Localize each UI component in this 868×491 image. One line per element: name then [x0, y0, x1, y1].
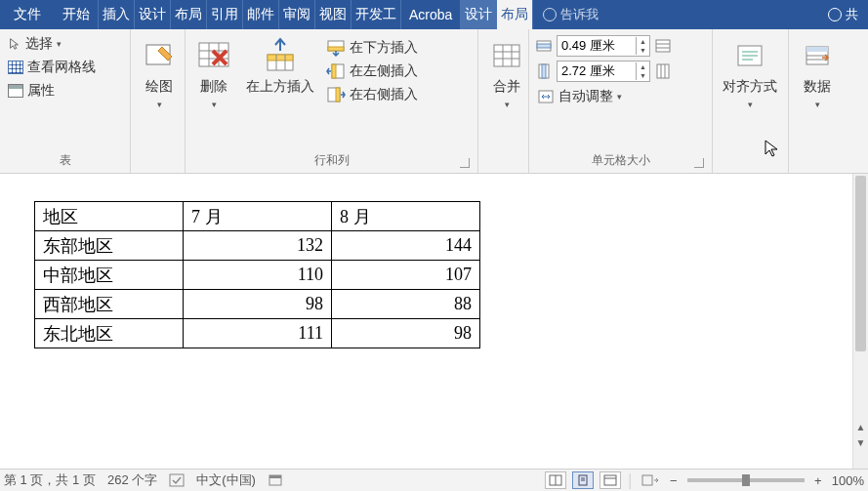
select-button[interactable]: 选择 ▾: [6, 33, 98, 55]
file-menu[interactable]: 文件: [0, 0, 55, 29]
insert-above-label: 在上方插入: [246, 78, 314, 95]
data-icon: [799, 37, 836, 74]
data-button[interactable]: 数据▾: [795, 33, 840, 115]
group-table-label: 表: [6, 150, 124, 171]
tab-references[interactable]: 引用: [207, 0, 243, 29]
view-web-button[interactable]: [599, 471, 621, 489]
delete-label: 删除: [200, 78, 227, 94]
tab-acrobat[interactable]: Acroba: [401, 0, 461, 29]
table-cell[interactable]: 110: [184, 261, 332, 290]
table-row: 东北地区 111 98: [35, 319, 480, 348]
slider-thumb[interactable]: [742, 474, 750, 486]
col-width-icon: [535, 62, 553, 80]
chevron-down-icon: ▾: [505, 100, 510, 109]
properties-icon: [8, 84, 23, 98]
language-indicator[interactable]: 中文(中国): [196, 471, 256, 489]
autofit-button[interactable]: 自动调整 ▾: [535, 86, 672, 107]
chevron-down-icon: ▾: [157, 100, 162, 109]
table-cell[interactable]: 144: [332, 231, 480, 261]
group-data: 数据▾: [789, 29, 847, 173]
document-table[interactable]: 地区 7 月 8 月 东部地区 132 144 中部地区 110 107 西部地…: [34, 201, 480, 348]
col-width-value: 2.72 厘米: [558, 62, 636, 80]
chevron-down-icon: ▾: [748, 100, 753, 109]
tab-insert[interactable]: 插入: [99, 0, 135, 29]
distribute-rows-icon[interactable]: [654, 37, 672, 55]
view-gridlines-label: 查看网格线: [27, 59, 96, 76]
tab-review[interactable]: 审阅: [279, 0, 315, 29]
table-cell[interactable]: 132: [184, 231, 332, 261]
spellcheck-icon[interactable]: [169, 473, 185, 487]
select-label: 选择: [25, 35, 53, 53]
view-gridlines-button[interactable]: 查看网格线: [6, 57, 98, 78]
table-cell[interactable]: 东北地区: [35, 319, 184, 348]
distribute-cols-icon[interactable]: [654, 62, 672, 80]
properties-button[interactable]: 属性: [6, 80, 98, 102]
svg-rect-37: [806, 47, 828, 52]
table-cell[interactable]: 107: [332, 261, 480, 290]
dialog-launcher-icon[interactable]: [460, 158, 470, 168]
share-button[interactable]: 共: [818, 0, 868, 29]
svg-rect-13: [332, 64, 336, 78]
document-area[interactable]: 地区 7 月 8 月 东部地区 132 144 中部地区 110 107 西部地…: [0, 174, 868, 469]
insert-right-button[interactable]: 在右侧插入: [324, 84, 420, 105]
insert-below-label: 在下方插入: [350, 39, 418, 57]
group-rows-columns: 删除▾ 在上方插入 在下方插入 在左侧插入 在右侧插入: [186, 29, 478, 173]
insert-left-icon: [326, 62, 346, 80]
tab-table-design[interactable]: 设计: [461, 0, 497, 29]
table-cell[interactable]: 98: [184, 290, 332, 319]
insert-above-button[interactable]: 在上方插入: [242, 33, 318, 99]
insert-below-button[interactable]: 在下方插入: [324, 37, 420, 59]
table-header-cell[interactable]: 地区: [35, 202, 184, 231]
tab-mail[interactable]: 邮件: [243, 0, 279, 29]
zoom-out-button[interactable]: −: [666, 473, 682, 488]
insert-left-button[interactable]: 在左侧插入: [324, 61, 420, 82]
insert-below-icon: [326, 39, 346, 57]
tab-view[interactable]: 视图: [315, 0, 351, 29]
autofit-icon: [537, 89, 555, 104]
tab-table-layout[interactable]: 布局: [497, 0, 533, 29]
tell-me-search[interactable]: 告诉我: [533, 0, 608, 29]
svg-rect-50: [642, 475, 652, 485]
merge-button[interactable]: 合并▾: [484, 33, 529, 115]
spinner-buttons[interactable]: ▲▼: [636, 62, 649, 80]
row-height-input[interactable]: 0.49 厘米 ▲▼: [557, 35, 650, 57]
tab-layout[interactable]: 布局: [171, 0, 207, 29]
zoom-fit-icon[interactable]: [641, 473, 660, 487]
scroll-up-icon[interactable]: ▲: [853, 420, 868, 435]
table-cell[interactable]: 88: [332, 290, 480, 319]
zoom-in-button[interactable]: +: [810, 473, 826, 488]
group-rowcol-label: 行和列: [191, 150, 472, 171]
scroll-down-icon[interactable]: ▼: [853, 435, 868, 451]
draw-button[interactable]: 绘图▾: [137, 33, 182, 115]
table-cell[interactable]: 东部地区: [35, 231, 184, 261]
page-indicator[interactable]: 第 1 页，共 1 页: [4, 471, 96, 489]
view-print-button[interactable]: [572, 471, 594, 489]
table-row: 东部地区 132 144: [35, 231, 480, 261]
table-header-cell[interactable]: 8 月: [332, 202, 480, 231]
scrollbar-thumb[interactable]: [855, 176, 866, 351]
tab-home[interactable]: 开始: [55, 0, 99, 29]
tab-developer[interactable]: 开发工: [351, 0, 401, 29]
alignment-button[interactable]: 对齐方式▾: [719, 33, 781, 115]
svg-rect-23: [656, 40, 670, 52]
spinner-buttons[interactable]: ▲▼: [636, 37, 649, 55]
table-cell[interactable]: 中部地区: [35, 261, 184, 290]
macro-icon[interactable]: [268, 473, 283, 487]
delete-button[interactable]: 删除▾: [191, 33, 236, 115]
table-cell[interactable]: 98: [332, 319, 480, 348]
col-width-input[interactable]: 2.72 厘米 ▲▼: [557, 61, 650, 82]
table-cell[interactable]: 111: [184, 319, 332, 348]
vertical-scrollbar[interactable]: ▲ ▼: [852, 174, 868, 469]
zoom-slider[interactable]: [687, 478, 805, 482]
merge-label: 合并: [493, 78, 520, 94]
tab-design[interactable]: 设计: [135, 0, 171, 29]
dialog-launcher-icon[interactable]: [694, 158, 704, 168]
zoom-level[interactable]: 100%: [832, 473, 864, 488]
table-header-cell[interactable]: 7 月: [184, 202, 332, 231]
tell-me-label: 告诉我: [560, 6, 599, 23]
svg-rect-42: [269, 475, 281, 478]
view-read-button[interactable]: [545, 471, 566, 489]
chevron-down-icon: ▾: [617, 92, 622, 102]
table-cell[interactable]: 西部地区: [35, 290, 184, 319]
word-count[interactable]: 262 个字: [107, 471, 157, 489]
